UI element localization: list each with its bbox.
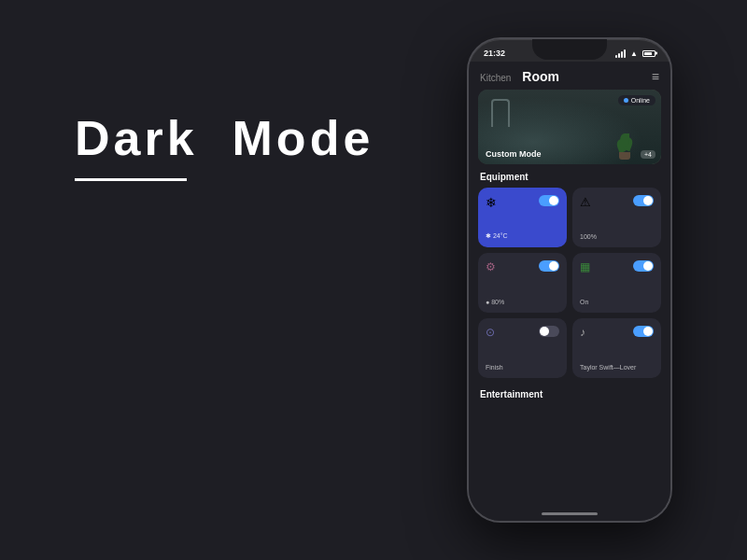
entertainment-section-title: Entertainment (469, 382, 670, 405)
nav-kitchen-tab[interactable]: Kitchen (480, 73, 511, 83)
equipment-grid: ❄ ✱ 24°C ⚠ 100% (469, 188, 670, 378)
online-badge: Online (618, 95, 655, 105)
online-dot (624, 98, 628, 103)
battery-icon (642, 50, 655, 57)
nav-tabs: Kitchen Room ≡ (469, 62, 670, 90)
phone-notch (532, 39, 607, 60)
home-indicator[interactable] (542, 512, 598, 515)
card-top-ac: ❄ (486, 195, 559, 210)
leaf-3 (620, 133, 629, 147)
entertainment-section: Entertainment (469, 382, 670, 405)
alert-icon: ⚠ (580, 195, 591, 209)
finish-icon: ⊙ (486, 326, 495, 339)
card-top-dimmer: ⚙ (486, 260, 559, 273)
equipment-card-music[interactable]: ♪ Taylor Swift—Lover (572, 318, 661, 378)
title-section: Dark Mode (75, 112, 374, 181)
dimmer-toggle[interactable] (539, 260, 559, 272)
card-top-finish: ⊙ (486, 326, 559, 339)
phone-screen: Kitchen Room ≡ (469, 62, 670, 521)
finish-value: Finish (486, 364, 559, 371)
music-icon: ♪ (580, 326, 585, 339)
online-label: Online (631, 97, 650, 104)
title-underline (75, 178, 187, 181)
card-top-plug: ▦ (580, 260, 654, 273)
status-icons: ▲ (615, 49, 655, 58)
equipment-card-ac[interactable]: ❄ ✱ 24°C (478, 188, 567, 247)
alert-toggle[interactable] (633, 195, 654, 206)
card-top-music: ♪ (580, 326, 654, 339)
hero-image: Online Custom Mode +4 (478, 90, 661, 164)
ac-value: ✱ 24°C (486, 232, 559, 240)
signal-icon (615, 49, 626, 58)
plug-toggle[interactable] (633, 260, 654, 272)
finish-toggle[interactable] (539, 326, 559, 337)
music-value: Taylor Swift—Lover (580, 364, 654, 371)
dimmer-value: ● 80% (486, 299, 559, 305)
dimmer-icon: ⚙ (486, 260, 496, 273)
card-top-alert: ⚠ (580, 195, 654, 209)
nav-room-tab[interactable]: Room (522, 69, 559, 84)
plant-decoration (616, 127, 633, 160)
plug-icon: ▦ (580, 260, 590, 273)
phone-outer: 21:32 ▲ Kitchen Room (467, 37, 672, 523)
plant-pot (619, 152, 630, 160)
faucet-decoration (491, 99, 510, 127)
alert-value: 100% (580, 233, 654, 240)
plus-count-badge: +4 (641, 150, 655, 159)
phone-mockup: 21:32 ▲ Kitchen Room (467, 37, 672, 523)
page-title: Dark Mode (75, 112, 374, 165)
ac-toggle[interactable] (539, 195, 559, 206)
plug-value: On (580, 299, 654, 305)
equipment-card-finish[interactable]: ⊙ Finish (478, 318, 567, 378)
plant-leaves (617, 132, 632, 152)
equipment-section-title: Equipment (469, 164, 670, 188)
menu-icon[interactable]: ≡ (652, 69, 659, 84)
music-toggle[interactable] (633, 326, 654, 337)
ac-icon: ❄ (486, 195, 497, 210)
nav-left: Kitchen Room (480, 69, 559, 84)
equipment-card-dimmer[interactable]: ⚙ ● 80% (478, 253, 567, 313)
equipment-card-plug[interactable]: ▦ On (572, 253, 661, 313)
custom-mode-label: Custom Mode (486, 149, 542, 159)
equipment-card-alert[interactable]: ⚠ 100% (572, 188, 661, 247)
wifi-icon: ▲ (630, 49, 638, 58)
status-time: 21:32 (484, 49, 505, 58)
